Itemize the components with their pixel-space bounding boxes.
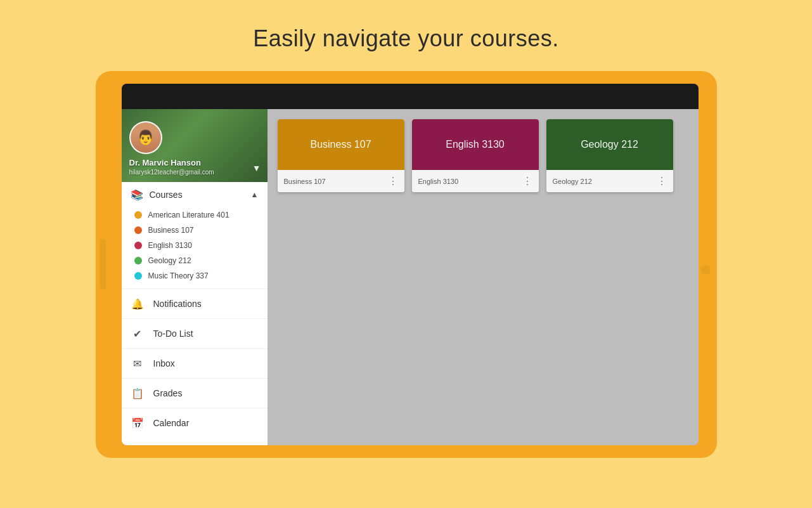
card-geology-footer-name: Geology 212 [553, 178, 592, 185]
todo-label: To-Do List [153, 329, 193, 339]
card-english-footer-name: English 3130 [418, 178, 459, 185]
calendar-icon: 📅 [131, 416, 145, 430]
course-name-american-lit: American Literature 401 [148, 211, 229, 219]
card-geology-title: Geology 212 [574, 139, 645, 150]
courses-header[interactable]: 📚 Courses ▲ [122, 182, 267, 206]
user-info: 👨 Dr. Marvic Hanson hilarysk12teacher@gm… [129, 121, 214, 176]
course-dot-business [134, 226, 142, 234]
page-title: Easily navigate your courses. [253, 25, 559, 52]
course-list: American Literature 401 Business 107 Eng… [122, 206, 267, 289]
card-business-footer-name: Business 107 [284, 178, 326, 185]
main-content: Business 107 Business 107 ⋮ English 3130… [267, 109, 699, 445]
tablet-screen: 👨 Dr. Marvic Hanson hilarysk12teacher@gm… [122, 84, 699, 445]
sidebar-item-geology[interactable]: Geology 212 [122, 253, 267, 268]
course-dot-american-lit [134, 211, 142, 219]
device-tab [100, 239, 106, 290]
sidebar-item-english[interactable]: English 3130 [122, 238, 267, 253]
sidebar-item-american-lit[interactable]: American Literature 401 [122, 207, 267, 223]
courses-label: Courses [150, 190, 251, 200]
course-dot-geology [134, 257, 142, 264]
grades-icon: 📋 [131, 386, 145, 400]
calendar-label: Calendar [153, 418, 190, 428]
courses-collapse-icon[interactable]: ▲ [251, 190, 259, 199]
top-bar [122, 84, 699, 109]
card-business[interactable]: Business 107 Business 107 ⋮ [278, 119, 404, 192]
card-business-header: Business 107 [278, 119, 404, 170]
notifications-label: Notifications [153, 299, 202, 309]
notifications-icon: 🔔 [131, 297, 145, 311]
courses-icon: 📚 [131, 188, 143, 201]
card-geology-header: Geology 212 [546, 119, 673, 170]
card-business-title: Business 107 [304, 139, 377, 150]
sidebar: 👨 Dr. Marvic Hanson hilarysk12teacher@gm… [122, 109, 267, 445]
course-dot-music [134, 272, 142, 280]
grades-label: Grades [153, 388, 183, 398]
user-header[interactable]: 👨 Dr. Marvic Hanson hilarysk12teacher@gm… [122, 109, 267, 182]
card-business-menu-icon[interactable]: ⋮ [388, 175, 398, 187]
sidebar-item-grades[interactable]: 📋 Grades [122, 378, 267, 408]
card-geology-menu-icon[interactable]: ⋮ [657, 175, 667, 187]
sidebar-item-notifications[interactable]: 🔔 Notifications [122, 289, 267, 318]
sidebar-item-inbox[interactable]: ✉ Inbox [122, 348, 267, 378]
card-business-footer: Business 107 ⋮ [278, 170, 404, 192]
course-name-business: Business 107 [148, 226, 194, 235]
card-english-footer: English 3130 ⋮ [412, 170, 539, 192]
avatar-face: 👨 [131, 122, 161, 153]
sidebar-item-business[interactable]: Business 107 [122, 223, 267, 238]
card-english-title: English 3130 [439, 139, 511, 150]
card-english-header: English 3130 [412, 119, 539, 170]
card-english-menu-icon[interactable]: ⋮ [522, 175, 532, 187]
courses-grid: Business 107 Business 107 ⋮ English 3130… [278, 119, 688, 192]
card-english[interactable]: English 3130 English 3130 ⋮ [412, 119, 539, 192]
content-area: 👨 Dr. Marvic Hanson hilarysk12teacher@gm… [122, 109, 699, 445]
sidebar-courses-section: 📚 Courses ▲ American Literature 401 Busi… [122, 182, 267, 289]
device-dot [700, 264, 711, 275]
course-name-geology: Geology 212 [148, 256, 191, 265]
inbox-label: Inbox [153, 358, 175, 368]
todo-icon: ✔ [131, 327, 145, 341]
device-frame: 👨 Dr. Marvic Hanson hilarysk12teacher@gm… [96, 71, 717, 458]
course-name-english: English 3130 [148, 241, 192, 250]
user-email: hilarysk12teacher@gmail.com [129, 169, 214, 176]
dropdown-arrow-icon[interactable]: ▼ [252, 163, 261, 173]
inbox-icon: ✉ [131, 356, 145, 370]
course-dot-english [134, 242, 142, 249]
card-geology[interactable]: Geology 212 Geology 212 ⋮ [546, 119, 673, 192]
user-name: Dr. Marvic Hanson [129, 158, 214, 167]
sidebar-item-todo[interactable]: ✔ To-Do List [122, 318, 267, 348]
sidebar-item-music[interactable]: Music Theory 337 [122, 268, 267, 283]
course-name-music: Music Theory 337 [148, 271, 209, 280]
sidebar-item-calendar[interactable]: 📅 Calendar [122, 408, 267, 438]
card-geology-footer: Geology 212 ⋮ [546, 170, 673, 192]
avatar: 👨 [129, 121, 162, 154]
